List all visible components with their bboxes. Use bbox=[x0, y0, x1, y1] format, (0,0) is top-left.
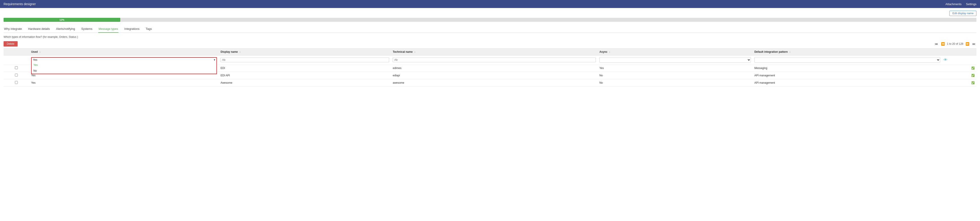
tab-tags[interactable]: Tags bbox=[145, 25, 152, 33]
th-default-integration-pattern[interactable]: Default integration pattern ↕ bbox=[752, 49, 942, 56]
toolbar-row: Delete ⏮ ⏪ 1 to 20 of 128 ⏩ ⏭ bbox=[3, 41, 977, 46]
checkbox-input[interactable] bbox=[15, 81, 18, 84]
row-checkbox[interactable] bbox=[3, 79, 29, 87]
progress-label: 12% bbox=[59, 19, 64, 21]
app-title: Requirements designer bbox=[3, 2, 36, 6]
chevron-down-icon: ▾ bbox=[214, 58, 215, 61]
settings-link[interactable]: Settings bbox=[966, 2, 977, 6]
th-checkbox bbox=[3, 49, 29, 56]
tabs-nav: Why integrate Hardware details Alerts/no… bbox=[3, 25, 977, 33]
filter-async-select[interactable]: Yes No bbox=[599, 57, 751, 62]
row-display-name: EDI API bbox=[219, 72, 391, 79]
filter-technical-name-cell bbox=[391, 56, 598, 65]
row-action-icon[interactable]: ✅ bbox=[942, 72, 977, 79]
row-action-icon[interactable]: ✅ bbox=[942, 65, 977, 72]
pagination-text: 1 to 20 of 128 bbox=[947, 42, 963, 45]
filter-action-cell: 👁 bbox=[942, 56, 977, 65]
row-action-icon[interactable]: ✅ bbox=[942, 79, 977, 87]
filter-default-pattern-cell: Messaging API management bbox=[752, 56, 942, 65]
row-default-pattern: API management bbox=[752, 79, 942, 87]
sort-used-icon[interactable]: ↕ bbox=[40, 51, 41, 53]
tab-integrations[interactable]: Integrations bbox=[124, 25, 140, 33]
used-dropdown[interactable]: Yes ▾ Yes No bbox=[31, 57, 217, 62]
pagination-last[interactable]: ⏭ bbox=[972, 41, 977, 46]
filter-async-cell: Yes No bbox=[598, 56, 752, 65]
sort-technical-icon[interactable]: ↕ bbox=[414, 51, 415, 53]
top-bar: Requirements designer Attachments Settin… bbox=[0, 0, 980, 8]
filter-technical-name-input[interactable] bbox=[393, 57, 596, 62]
th-async[interactable]: Async ↕ bbox=[598, 49, 752, 56]
checkbox-input[interactable] bbox=[15, 74, 18, 76]
row-used: Yes bbox=[29, 79, 219, 87]
main-content: Edit display name 12% Why integrate Hard… bbox=[0, 8, 980, 221]
eye-icon[interactable]: 👁 bbox=[944, 58, 947, 62]
progress-container: 12% bbox=[3, 18, 977, 22]
filter-display-name-input[interactable] bbox=[221, 57, 389, 62]
attachments-link[interactable]: Attachments bbox=[945, 2, 961, 6]
row-default-pattern: API management bbox=[752, 72, 942, 79]
top-bar-actions: Attachments Settings bbox=[945, 2, 977, 6]
option-yes[interactable]: Yes bbox=[32, 62, 216, 68]
row-async: No bbox=[598, 72, 752, 79]
row-checkbox[interactable] bbox=[3, 72, 29, 79]
edit-display-name-button[interactable]: Edit display name bbox=[950, 11, 977, 16]
data-table: Used ↕ Display name ↕ Technical name ↕ A… bbox=[3, 48, 977, 87]
tab-systems[interactable]: Systems bbox=[81, 25, 93, 33]
tab-alerts-notifying[interactable]: Alerts/notifying bbox=[56, 25, 75, 33]
table-row: Yes Awesome awesome No API management ✅ bbox=[3, 79, 977, 87]
checkbox-input[interactable] bbox=[15, 66, 18, 69]
sort-async-icon[interactable]: ↕ bbox=[609, 51, 611, 53]
used-dropdown-value: Yes bbox=[33, 58, 37, 61]
sort-default-icon[interactable]: ↕ bbox=[789, 51, 791, 53]
sort-display-icon[interactable]: ↕ bbox=[239, 51, 241, 53]
tab-why-integrate[interactable]: Why integrate bbox=[3, 25, 22, 33]
row-display-name: Awesome bbox=[219, 79, 391, 87]
filter-checkbox-col bbox=[3, 56, 29, 65]
row-checkbox[interactable] bbox=[3, 65, 29, 72]
used-dropdown-options: Yes No bbox=[31, 62, 217, 74]
row-async: Yes bbox=[598, 65, 752, 72]
row-async: No bbox=[598, 79, 752, 87]
pagination-next[interactable]: ⏩ bbox=[965, 41, 970, 46]
progress-bar: 12% bbox=[3, 18, 120, 22]
pagination-first[interactable]: ⏮ bbox=[934, 41, 939, 46]
delete-button[interactable]: Delete bbox=[3, 41, 18, 46]
pagination: ⏮ ⏪ 1 to 20 of 128 ⏩ ⏭ bbox=[934, 41, 977, 46]
row-technical-name: edimes bbox=[391, 65, 598, 72]
top-actions: Edit display name bbox=[3, 11, 977, 18]
tab-message-types[interactable]: Message types bbox=[98, 25, 118, 33]
used-dropdown-header[interactable]: Yes ▾ bbox=[32, 58, 216, 62]
row-display-name: EDI bbox=[219, 65, 391, 72]
filter-row: Yes ▾ Yes No bbox=[3, 56, 977, 65]
row-default-pattern: Messaging bbox=[752, 65, 942, 72]
th-action bbox=[942, 49, 977, 56]
filter-display-name-cell bbox=[219, 56, 391, 65]
filter-used-cell: Yes ▾ Yes No bbox=[29, 56, 219, 65]
row-technical-name: ediapi bbox=[391, 72, 598, 79]
description-text: Which types of information flow? (for ex… bbox=[3, 35, 977, 38]
th-technical-name[interactable]: Technical name ↕ bbox=[391, 49, 598, 56]
th-used[interactable]: Used ↕ bbox=[29, 49, 219, 56]
th-display-name[interactable]: Display name ↕ bbox=[219, 49, 391, 56]
filter-default-pattern-select[interactable]: Messaging API management bbox=[754, 57, 940, 62]
option-no[interactable]: No bbox=[32, 68, 216, 74]
row-technical-name: awesome bbox=[391, 79, 598, 87]
tab-hardware-details[interactable]: Hardware details bbox=[28, 25, 50, 33]
pagination-prev[interactable]: ⏪ bbox=[940, 41, 946, 46]
